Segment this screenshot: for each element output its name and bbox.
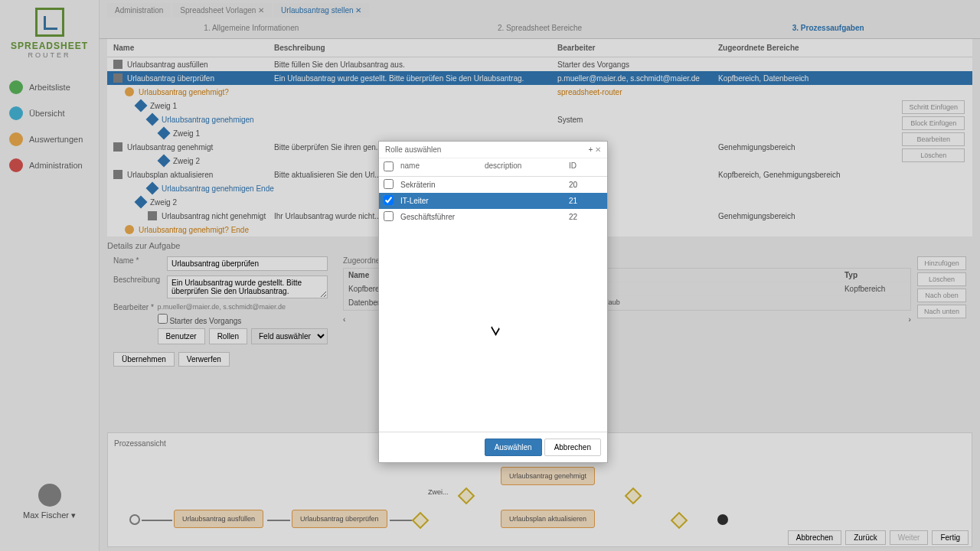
dlg-th-id: ID — [569, 161, 599, 173]
auswaehlen-button[interactable]: Auswählen — [485, 439, 542, 456]
dialog-row[interactable]: Geschäftsführer22 — [379, 209, 607, 225]
dialog-table: name description ID Sekräterin20IT-Leite… — [379, 158, 607, 225]
dialog-row[interactable]: Sekräterin20 — [379, 177, 607, 193]
expand-icon[interactable]: + — [588, 145, 593, 154]
role-dialog: Rolle auswählen + ✕ name description ID … — [378, 141, 608, 463]
dialog-title: Rolle auswählen — [385, 145, 441, 154]
dlg-th-desc: description — [485, 161, 569, 173]
select-all-checkbox[interactable] — [384, 161, 394, 171]
row-checkbox[interactable] — [384, 211, 394, 221]
row-checkbox[interactable] — [384, 179, 394, 189]
row-checkbox[interactable] — [384, 195, 394, 205]
dialog-row[interactable]: IT-Leiter21 — [379, 193, 607, 209]
dlg-th-name: name — [400, 161, 485, 173]
abbrechen-button[interactable]: Abbrechen — [544, 439, 601, 456]
close-icon[interactable]: ✕ — [595, 145, 601, 154]
